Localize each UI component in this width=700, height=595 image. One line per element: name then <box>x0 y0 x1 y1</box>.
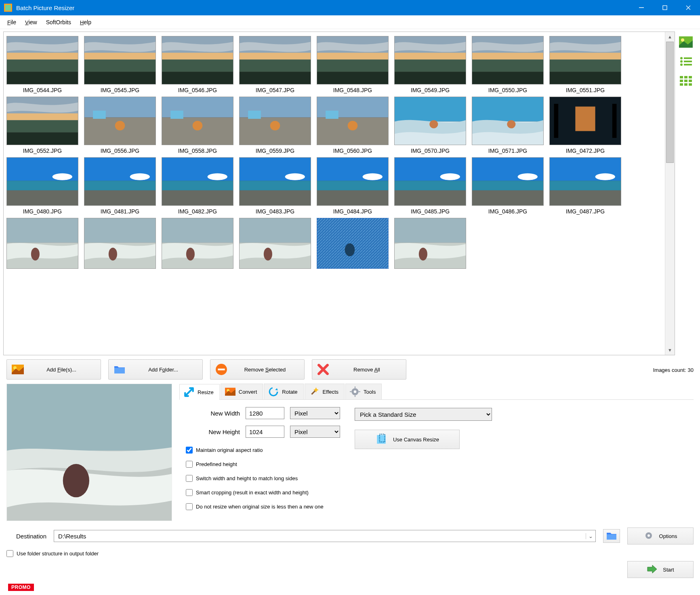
thumbnail-image <box>549 157 621 206</box>
thumbnail-scrollbar[interactable]: ▲ ▼ <box>665 32 675 355</box>
svg-rect-101 <box>84 218 156 243</box>
scroll-up-icon[interactable]: ▲ <box>665 32 675 42</box>
thumbnail-label: IMG_0558.JPG <box>161 148 234 154</box>
view-grid-button[interactable] <box>678 74 694 88</box>
thumbnail-item[interactable]: IMG_0571.JPG <box>471 97 544 154</box>
thumbnail-item[interactable]: IMG_0550.JPG <box>471 36 544 93</box>
promo-badge[interactable]: PROMO <box>8 584 34 591</box>
thumbnail-item[interactable] <box>239 218 311 269</box>
thumbnail-item[interactable]: IMG_0546.JPG <box>161 36 234 93</box>
thumbnail-item[interactable] <box>316 218 389 269</box>
use-folder-structure-checkbox[interactable]: Use folder structure in output folder <box>6 550 694 557</box>
canvas-resize-button[interactable]: Use Canvas Resize <box>355 430 460 449</box>
destination-combo[interactable]: ⌄ <box>54 530 596 542</box>
new-height-input[interactable] <box>246 426 284 438</box>
minimize-button[interactable] <box>630 0 653 15</box>
svg-rect-122 <box>684 61 692 62</box>
thumbnail-item[interactable]: IMG_0560.JPG <box>316 97 389 154</box>
new-width-input[interactable] <box>246 407 284 419</box>
svg-rect-137 <box>7 384 172 451</box>
thumbnail-item[interactable]: IMG_0570.JPG <box>394 97 467 154</box>
thumbnail-image <box>6 218 78 269</box>
thumbnail-item[interactable]: IMG_0545.JPG <box>84 36 156 93</box>
svg-rect-127 <box>680 80 683 82</box>
thumbnail-image <box>317 36 389 84</box>
options-button[interactable]: Options <box>627 527 694 544</box>
standard-size-select[interactable]: Pick a Standard Size <box>355 408 492 421</box>
thumbnail-item[interactable]: IMG_0486.JPG <box>471 157 544 215</box>
svg-rect-64 <box>554 104 559 138</box>
no-resize-checkbox[interactable]: Do not resize when original size is less… <box>186 503 340 510</box>
height-unit-select[interactable]: Pixel <box>290 426 340 438</box>
svg-rect-67 <box>7 181 78 190</box>
smart-cropping-checkbox[interactable]: Smart cropping (result in exact width an… <box>186 489 340 496</box>
scroll-down-icon[interactable]: ▼ <box>665 345 675 355</box>
add-files-button[interactable]: Add File(s)... <box>6 359 101 380</box>
add-folder-button[interactable]: Add Folder... <box>108 359 203 380</box>
destination-label: Destination <box>16 533 46 540</box>
menu-help[interactable]: Help <box>76 17 95 27</box>
thumbnail-item[interactable]: IMG_0549.JPG <box>394 36 467 93</box>
thumbnail-item[interactable]: IMG_0484.JPG <box>316 157 389 215</box>
svg-rect-31 <box>472 72 543 84</box>
thumbnail-label: IMG_0480.JPG <box>6 208 79 215</box>
view-mode-bar <box>675 32 697 355</box>
thumbnail-item[interactable]: IMG_0472.JPG <box>549 97 622 154</box>
start-button[interactable]: Start <box>627 561 694 578</box>
thumbnail-item[interactable]: IMG_0544.JPG <box>6 36 79 93</box>
thumbnail-label: IMG_0556.JPG <box>84 148 156 154</box>
thumbnail-image <box>472 36 544 84</box>
switch-sides-checkbox[interactable]: Switch width and height to match long si… <box>186 475 340 482</box>
thumbnail-item[interactable]: IMG_0548.JPG <box>316 36 389 93</box>
svg-rect-33 <box>550 53 621 59</box>
thumbnail-item[interactable]: IMG_0552.JPG <box>6 97 79 154</box>
thumbnail-image <box>162 97 233 145</box>
thumbnail-item[interactable] <box>6 218 79 269</box>
tab-resize[interactable]: Resize <box>179 384 220 400</box>
close-button[interactable] <box>677 0 700 15</box>
folder-icon <box>114 363 126 376</box>
aspect-ratio-checkbox[interactable]: Maintain original aspect ratio <box>186 447 340 454</box>
remove-all-button[interactable]: Remove All <box>312 359 406 380</box>
svg-rect-68 <box>7 190 78 205</box>
svg-point-103 <box>109 248 117 261</box>
thumbnail-item[interactable]: IMG_0547.JPG <box>239 36 311 93</box>
svg-point-93 <box>518 173 538 180</box>
menu-file[interactable]: File <box>3 17 20 27</box>
thumbnail-item[interactable]: IMG_0482.JPG <box>161 157 234 215</box>
menu-softorbits[interactable]: SoftOrbits <box>42 17 75 27</box>
tab-effects[interactable]: Effects <box>305 384 345 399</box>
thumbnail-item[interactable]: IMG_0558.JPG <box>161 97 234 154</box>
predefined-height-checkbox[interactable]: Predefined height <box>186 461 340 468</box>
thumbnail-item[interactable]: IMG_0487.JPG <box>549 157 622 215</box>
thumbnail-item[interactable] <box>394 218 467 269</box>
tab-convert[interactable]: Convert <box>221 384 263 399</box>
tab-rotate[interactable]: Rotate <box>264 384 303 399</box>
thumbnail-item[interactable]: IMG_0485.JPG <box>394 157 467 215</box>
thumbnail-item[interactable]: IMG_0551.JPG <box>549 36 622 93</box>
view-list-button[interactable] <box>678 54 694 69</box>
view-thumbnails-button[interactable] <box>678 35 694 49</box>
thumbnail-item[interactable]: IMG_0480.JPG <box>6 157 79 215</box>
svg-rect-38 <box>7 120 78 132</box>
tab-tools[interactable]: Tools <box>345 384 382 399</box>
menu-view[interactable]: View <box>21 17 41 27</box>
width-unit-select[interactable]: Pixel <box>290 407 340 419</box>
svg-rect-22 <box>317 59 388 72</box>
scroll-thumb[interactable] <box>666 42 674 163</box>
svg-point-100 <box>31 248 40 261</box>
thumbnail-item[interactable]: IMG_0559.JPG <box>239 97 311 154</box>
thumbnail-item[interactable] <box>161 218 234 269</box>
svg-rect-71 <box>84 181 156 190</box>
remove-selected-button[interactable]: Remove Selected <box>210 359 305 380</box>
resize-icon <box>184 387 194 397</box>
thumbnail-item[interactable]: IMG_0483.JPG <box>239 157 311 215</box>
svg-point-77 <box>208 173 227 180</box>
thumbnail-item[interactable]: IMG_0481.JPG <box>84 157 156 215</box>
thumbnail-item[interactable]: IMG_0556.JPG <box>84 97 156 154</box>
destination-input[interactable] <box>54 533 586 540</box>
chevron-down-icon[interactable]: ⌄ <box>586 533 595 539</box>
browse-button[interactable] <box>603 529 620 543</box>
maximize-button[interactable] <box>653 0 677 15</box>
thumbnail-item[interactable] <box>84 218 156 269</box>
